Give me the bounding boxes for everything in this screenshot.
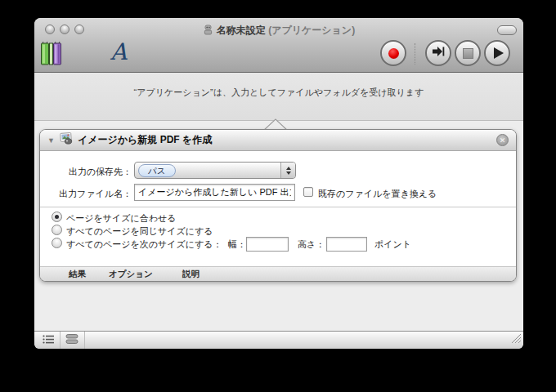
bottom-bar [34,331,523,349]
record-button[interactable] [380,40,406,66]
bottom-bar-divider [84,332,85,349]
radio-same-size[interactable] [52,225,62,235]
results-button[interactable]: 結果 [69,269,86,280]
play-icon [494,47,504,59]
window-title-text: 名称未設定 [217,24,266,36]
height-input[interactable] [326,237,367,252]
description-button[interactable]: 説明 [182,269,200,280]
destination-label: 出力の保存先： [40,166,132,178]
width-input[interactable] [246,237,289,252]
record-icon [388,48,399,59]
automator-robot-icon [203,24,213,38]
step-icon [432,46,445,60]
toolbar-separator [415,43,415,65]
filename-input[interactable] [134,184,295,201]
stacked-pills-icon [65,333,78,348]
stop-icon [463,48,473,59]
action-card-footer: 結果 オプション 説明 [40,266,516,281]
stop-button[interactable] [455,40,481,66]
card-divider [40,207,516,207]
close-icon: ✕ [500,136,506,145]
replace-existing-checkbox[interactable] [303,187,313,197]
fonts-button[interactable]: A [108,39,129,67]
fonts-a-icon: A [110,38,127,65]
radio-custom-size[interactable] [52,238,62,248]
disclosure-triangle-icon[interactable]: ▼ [47,136,55,145]
new-pdf-from-images-icon [60,132,73,148]
height-label: 高さ： [298,238,325,251]
radio-same-size-label: すべてのページを同じサイズにする [66,225,213,238]
workflow-input-header: “アプリケーション”は、入力としてファイルやフォルダを受け取ります [34,73,523,121]
action-card-header[interactable]: ▼ イメージから新規 PDF を作成 ✕ [40,130,516,151]
automator-window: 名称未設定 (アプリケーション) A “アプリケーション”は、入力としてファイル… [34,18,523,349]
filename-label: 出力ファイル名： [40,188,132,200]
radio-fit-pages[interactable] [52,212,62,222]
title-bar: 名称未設定 (アプリケーション) A [34,18,523,73]
log-view-button[interactable] [38,332,59,349]
destination-popup[interactable]: パス [134,162,296,179]
points-unit-label: ポイント [374,238,411,251]
list-view-icon [43,333,55,348]
toolbar-toggle-button[interactable] [497,25,517,35]
workflow-input-message: “アプリケーション”は、入力としてファイルやフォルダを受け取ります [134,87,424,99]
action-title: イメージから新規 PDF を作成 [78,133,212,147]
replace-existing-label: 既存のファイルを置き換える [318,188,437,200]
media-books-icon [40,56,63,69]
media-browser-button[interactable] [40,41,63,67]
run-button[interactable] [484,40,510,66]
popup-stepper-icon [280,163,295,178]
options-button[interactable]: オプション [109,269,153,280]
window-title: 名称未設定 (アプリケーション) [34,24,523,38]
window-title-suffix: (アプリケーション) [268,24,355,36]
resize-grip[interactable] [511,332,522,347]
remove-action-button[interactable]: ✕ [496,134,509,146]
radio-custom-size-label: すべてのページを次のサイズにする： [66,238,222,251]
step-button[interactable] [425,40,451,66]
action-card: ▼ イメージから新規 PDF を作成 ✕ 出力の保存先： パス 出力ファイル名：… [39,129,517,282]
radio-fit-pages-label: ページをサイズに合わせる [66,212,177,225]
width-label: 幅： [228,238,246,251]
variables-view-button[interactable] [61,332,83,349]
destination-token[interactable]: パス [138,164,176,177]
